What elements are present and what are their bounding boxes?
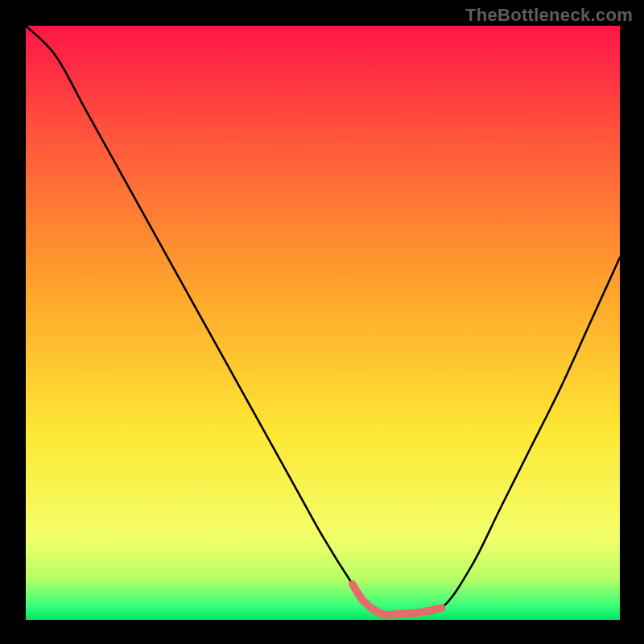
trough-highlight xyxy=(353,584,442,615)
chart-frame: TheBottleneck.com xyxy=(0,0,644,644)
bottleneck-curve xyxy=(26,26,620,615)
watermark-text: TheBottleneck.com xyxy=(465,5,633,26)
curve-layer xyxy=(26,26,620,620)
plot-area xyxy=(26,26,620,620)
